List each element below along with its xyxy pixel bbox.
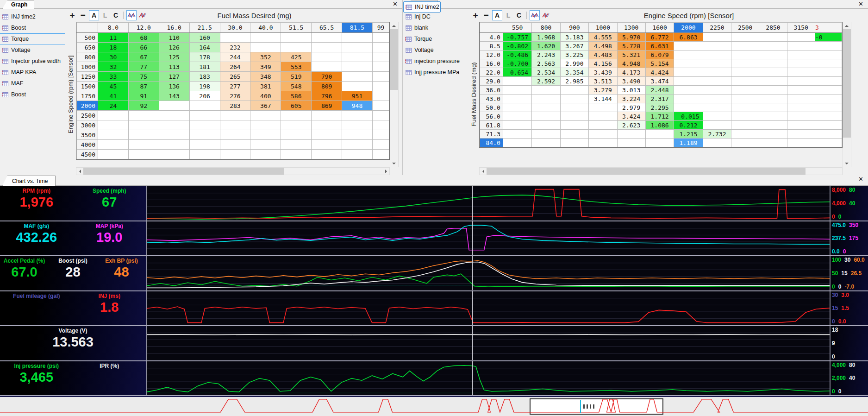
map-cell[interactable]: 3.354 — [560, 68, 588, 77]
row-header-36.0[interactable]: 36.0 — [480, 86, 503, 95]
map-cell[interactable] — [759, 139, 787, 147]
map-cell[interactable]: 3.267 — [560, 42, 588, 50]
map-cell[interactable]: 5.321 — [617, 50, 645, 59]
map-cell[interactable] — [674, 77, 703, 86]
sidebar-item-injector-pulse-width[interactable]: Injector pulse width — [0, 56, 65, 67]
scroll-right-icon[interactable] — [382, 168, 389, 175]
col-header-900[interactable]: 900 — [560, 23, 588, 33]
map-cell[interactable] — [372, 33, 389, 43]
map-cell[interactable] — [159, 140, 189, 150]
row-header-2500[interactable]: 2500 — [77, 111, 98, 120]
timeline-overview[interactable] — [0, 396, 868, 416]
map-cell[interactable] — [674, 103, 703, 112]
right-table-vscrollbar[interactable] — [843, 22, 851, 167]
row-header-22.0[interactable]: 22.0 — [480, 68, 503, 77]
map-cell[interactable]: 75 — [128, 72, 159, 82]
map-cell[interactable]: 790 — [312, 72, 342, 82]
absolute-mode-button[interactable]: A — [89, 10, 99, 20]
map-cell[interactable] — [220, 140, 250, 150]
map-cell[interactable]: 553 — [281, 62, 312, 72]
map-cell[interactable]: 1.712 — [645, 112, 674, 121]
map-cell[interactable] — [787, 95, 815, 103]
hscroll-thumb[interactable] — [83, 168, 284, 175]
map-cell[interactable]: 3.474 — [645, 77, 674, 86]
row-header-29.0[interactable]: 29.0 — [480, 77, 503, 86]
sidebar-item-voltage[interactable]: Voltage — [0, 44, 65, 56]
map-cell[interactable] — [372, 111, 389, 120]
row-header-650[interactable]: 650 — [77, 43, 98, 52]
map-cell[interactable] — [703, 77, 731, 86]
map-cell[interactable]: 41 — [98, 91, 128, 101]
map-cell[interactable] — [759, 121, 787, 130]
map-cell[interactable] — [281, 43, 312, 52]
absolute-mode-button[interactable]: A — [492, 10, 502, 20]
map-cell[interactable] — [703, 139, 731, 147]
map-cell[interactable] — [503, 130, 532, 139]
scroll-down-icon[interactable] — [390, 160, 397, 167]
map-cell[interactable]: 2.534 — [532, 68, 560, 77]
map-cell[interactable]: 126 — [159, 43, 189, 52]
map-cell[interactable] — [342, 120, 373, 130]
map-cell[interactable]: 32 — [98, 62, 128, 72]
map-cell[interactable] — [617, 139, 645, 147]
map-cell[interactable]: 367 — [250, 101, 281, 111]
map-cell[interactable] — [342, 33, 373, 43]
map-cell[interactable] — [731, 103, 759, 112]
map-cell[interactable] — [703, 103, 731, 112]
col-header-81.5[interactable]: 81.5 — [342, 23, 373, 33]
scroll-left-icon[interactable] — [76, 168, 83, 175]
map-cell[interactable]: 2.985 — [560, 77, 588, 86]
signal-ipr[interactable]: IPR (%) — [73, 363, 146, 396]
map-cell[interactable] — [532, 103, 560, 112]
signal-rpm-rpm[interactable]: RPM (rpm)1,976 — [0, 188, 73, 221]
left-table-vscrollbar[interactable] — [390, 22, 399, 167]
map-cell[interactable]: 11 — [98, 33, 128, 43]
map-cell[interactable] — [674, 50, 703, 59]
map-cell[interactable] — [220, 150, 250, 159]
hscroll-thumb[interactable] — [487, 168, 806, 175]
map-cell[interactable]: 198 — [189, 82, 220, 91]
map-cell[interactable] — [220, 130, 250, 140]
row-header-8.5[interactable]: 8.5 — [480, 42, 503, 50]
map-cell[interactable] — [312, 140, 342, 150]
tab-chart-vs-time[interactable]: Chart vs. Time — [2, 176, 56, 186]
map-cell[interactable]: 425 — [281, 52, 312, 62]
map-cell[interactable]: 244 — [220, 52, 250, 62]
map-cell[interactable] — [560, 95, 588, 103]
subtract-button[interactable]: − — [78, 11, 87, 20]
sidebar-item-inj-dc[interactable]: Inj DC — [403, 11, 468, 22]
subtract-button[interactable]: − — [481, 11, 491, 20]
map-cell[interactable]: 160 — [189, 33, 220, 43]
sidebar-item-injj-pressure-mpa[interactable]: Injj pressure MPa — [403, 67, 468, 78]
overview-cursor[interactable] — [580, 400, 581, 413]
map-cell[interactable]: 178 — [189, 52, 220, 62]
map-cell-partial[interactable] — [815, 139, 842, 147]
map-cell[interactable] — [281, 120, 312, 130]
map-cell[interactable]: 4.555 — [589, 33, 617, 42]
map-cell[interactable] — [98, 130, 128, 140]
map-cell[interactable] — [159, 111, 189, 120]
row-header-3000[interactable]: 3000 — [77, 120, 98, 130]
map-cell[interactable] — [560, 121, 588, 130]
sidebar-item-blank[interactable]: blank — [403, 22, 468, 33]
map-cell[interactable] — [560, 130, 588, 139]
map-cell[interactable]: -0.802 — [503, 42, 532, 50]
map-cell[interactable] — [589, 112, 617, 121]
map-cell[interactable]: 4.173 — [617, 68, 645, 77]
col-header-1600[interactable]: 1600 — [645, 23, 674, 33]
map-cell[interactable] — [787, 42, 815, 50]
map-cell[interactable] — [532, 112, 560, 121]
map-cell[interactable] — [731, 130, 759, 139]
map-cell[interactable]: 605 — [281, 101, 312, 111]
col-header-partial[interactable]: 3 — [815, 23, 842, 33]
map-cell[interactable] — [703, 68, 731, 77]
col-header-800[interactable]: 800 — [532, 23, 560, 33]
map-cell[interactable]: 3.424 — [617, 112, 645, 121]
map-cell[interactable] — [342, 62, 373, 72]
col-header-8.0[interactable]: 8.0 — [98, 23, 128, 33]
map-cell[interactable]: 2.563 — [532, 59, 560, 68]
map-cell[interactable]: 87 — [128, 82, 159, 91]
map-cell[interactable]: 2.623 — [617, 121, 645, 130]
map-cell[interactable]: 796 — [312, 91, 342, 101]
map-cell[interactable] — [220, 120, 250, 130]
